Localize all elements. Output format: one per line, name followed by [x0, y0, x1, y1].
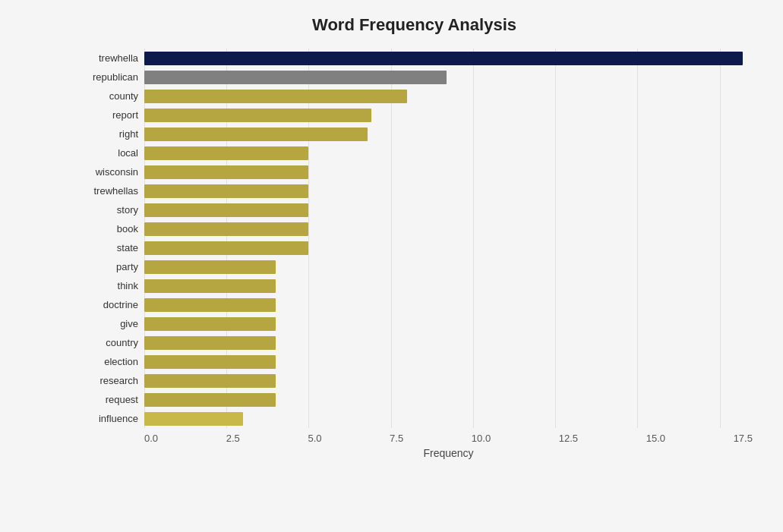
bar [144, 298, 276, 312]
bar-row [144, 221, 753, 238]
bar [144, 52, 743, 65]
x-axis-ticks: 0.02.55.07.510.012.515.017.5 [144, 433, 753, 444]
y-axis-label: wisconsin [76, 167, 138, 177]
bar [144, 184, 308, 198]
grid-line [391, 49, 392, 428]
y-axis-label: influence [76, 414, 138, 423]
x-tick-label: 17.5 [734, 433, 753, 444]
bar-row [144, 354, 753, 370]
bar-row [144, 107, 753, 124]
bar [144, 412, 243, 426]
bar [144, 393, 276, 407]
bar [144, 146, 308, 160]
y-axis-label: party [76, 262, 138, 272]
bar [144, 90, 407, 103]
bar-row [144, 411, 753, 427]
bar [144, 317, 276, 331]
y-axis-label: country [76, 338, 138, 348]
bar-row [144, 88, 753, 105]
bar [144, 71, 447, 84]
chart-title: Word Frequency Analysis [76, 15, 753, 35]
bar-row [144, 145, 753, 162]
x-tick-label: 15.0 [646, 433, 665, 444]
bar-row [144, 259, 753, 275]
bar-row [144, 69, 753, 86]
bar [144, 241, 308, 255]
bars-and-grid [144, 49, 753, 428]
bar-row [144, 126, 753, 143]
chart-container: Word Frequency Analysis trewhellarepubli… [0, 0, 783, 532]
x-tick-label: 12.5 [559, 433, 578, 444]
bar [144, 374, 276, 388]
y-labels: trewhellarepublicancountyreportrightloca… [76, 49, 144, 428]
bar-row [144, 316, 753, 332]
bar-row [144, 240, 753, 257]
bar [144, 222, 308, 236]
bar-row [144, 202, 753, 219]
grid-line [555, 49, 556, 428]
x-axis: 0.02.55.07.510.012.515.017.5 [76, 433, 753, 444]
bar-row [144, 373, 753, 389]
y-axis-label: story [76, 205, 138, 215]
grid-line [473, 49, 474, 428]
grid-lines [144, 49, 753, 428]
y-axis-label: research [76, 376, 138, 386]
grid-line [226, 49, 227, 428]
bar [144, 109, 371, 122]
bar-row [144, 278, 753, 294]
bar-row [144, 297, 753, 313]
y-axis-label: trewhella [76, 53, 138, 63]
x-axis-label: Frequency [76, 447, 753, 459]
y-axis-label: request [76, 395, 138, 405]
x-tick-label: 10.0 [472, 433, 491, 444]
x-tick-label: 0.0 [144, 433, 158, 444]
bars-section: trewhellarepublicancountyreportrightloca… [76, 49, 753, 428]
bar-row [144, 335, 753, 351]
bar [144, 336, 276, 350]
y-axis-label: republican [76, 72, 138, 82]
bar [144, 279, 276, 293]
bar-row [144, 50, 753, 67]
bar [144, 165, 308, 179]
grid-line [308, 49, 309, 428]
bar [144, 260, 276, 274]
bar-row [144, 164, 753, 181]
y-axis-label: state [76, 243, 138, 253]
grid-line [637, 49, 638, 428]
y-axis-label: trewhellas [76, 186, 138, 196]
y-axis-label: book [76, 224, 138, 234]
x-tick-label: 7.5 [390, 433, 403, 444]
x-tick-label: 2.5 [226, 433, 240, 444]
y-axis-label: doctrine [76, 300, 138, 310]
bar-row [144, 392, 753, 408]
y-axis-label: local [76, 148, 138, 158]
grid-line [144, 49, 145, 428]
chart-area: trewhellarepublicancountyreportrightloca… [76, 49, 753, 459]
y-axis-label: election [76, 357, 138, 367]
y-axis-label: county [76, 91, 138, 101]
grid-line [720, 49, 721, 428]
x-tick-label: 5.0 [308, 433, 321, 444]
bar [144, 355, 276, 369]
y-axis-label: give [76, 319, 138, 329]
bar-row [144, 183, 753, 200]
bar [144, 203, 308, 217]
y-axis-label: right [76, 129, 138, 139]
y-axis-label: report [76, 110, 138, 120]
bar [144, 127, 368, 141]
y-axis-label: think [76, 281, 138, 291]
